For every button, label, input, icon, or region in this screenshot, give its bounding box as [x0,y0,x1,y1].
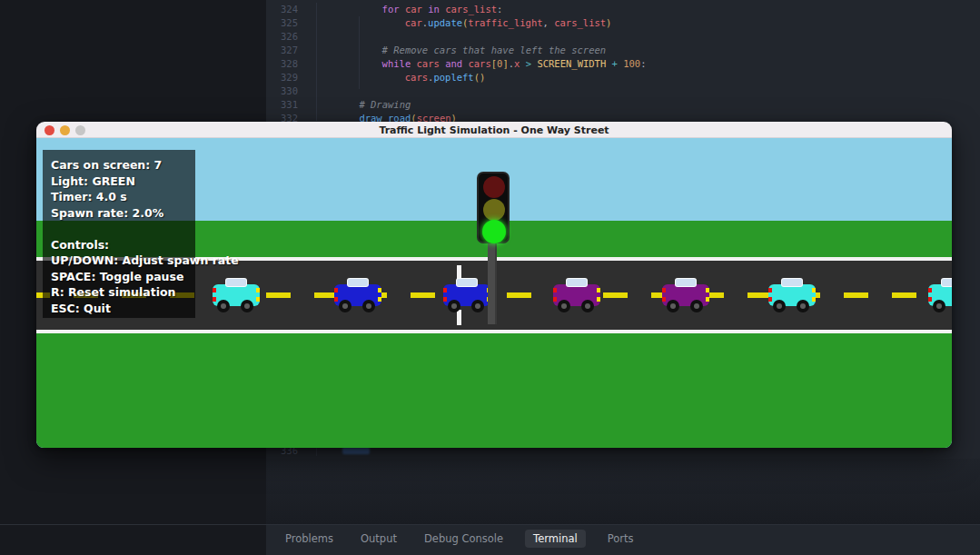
line-number: 327 [266,44,298,57]
taillight [443,288,447,292]
line-number: 331 [266,98,298,112]
tab-terminal[interactable]: Terminal [525,530,586,548]
taillight [443,297,447,302]
red-light [483,176,505,198]
wheel [797,300,809,312]
hud-text-line: Light: GREEN [51,173,195,190]
screen: { "vscode": { "code": { "lines": [ {"num… [0,0,980,555]
car-window [675,278,697,287]
line-number: 329 [266,71,298,84]
car-window [347,278,369,287]
grass-field [36,333,952,448]
line-number: 325 [266,16,298,30]
hud-text-line: Timer: 4.0 s [51,189,195,205]
car [553,278,600,312]
taillight [213,297,216,302]
car [928,278,952,312]
terminal-panel[interactable] [266,459,980,524]
wheel [448,300,460,312]
bottom-panel-tabs: ProblemsOutputDebug ConsoleTerminalPorts [280,528,639,550]
wheel [773,300,786,312]
hud-text-line: Spawn rate: 2.0% [51,205,195,222]
taillight [768,288,772,292]
taillight [553,288,557,292]
hud-text-line: ESC: Quit [51,301,195,317]
wheel [558,300,570,312]
tab-output[interactable]: Output [355,530,402,548]
code-text: for car in cars_list: [313,3,502,16]
headlight [378,288,381,292]
headlight [597,297,600,302]
car-window [456,278,478,287]
hud-text-line: UP/DOWN: Adjust spawn rate [51,253,195,269]
car [662,278,709,312]
taillight [928,297,932,302]
taillight [662,297,666,302]
car [213,278,260,312]
car-window [941,278,952,287]
tab-ports[interactable]: Ports [602,530,639,548]
wheel [667,300,679,312]
pygame-window[interactable]: Traffic Light Simulation - One Way Stree… [36,122,952,448]
headlight [597,288,600,292]
taillight [334,297,338,302]
line-number: 324 [266,3,298,16]
line-number: 328 [266,57,298,71]
car [768,278,816,312]
car [443,278,490,312]
car-window [781,278,803,287]
headlight [706,288,709,292]
green-light [482,220,506,243]
car-window [566,278,588,287]
headlight [256,297,260,302]
indent-guide [359,16,360,89]
hud-text-line: SPACE: Toggle pause [51,269,195,285]
line-number: 326 [266,30,298,44]
wheel [339,300,351,312]
hud-text-line [51,221,195,237]
wheel [581,300,594,312]
hud-text-line: Controls: [51,237,195,253]
headlight [378,297,381,302]
code-pane[interactable]: 324for car in cars_list:325car.update(tr… [266,0,980,127]
taillight [768,297,772,302]
code-text: cars.popleft() [313,71,485,84]
clipped-code-text [342,447,370,454]
taillight [334,288,338,292]
car [334,278,381,312]
tab-problems[interactable]: Problems [280,530,339,548]
panel-divider [0,524,980,525]
wheel [933,300,945,312]
car-window [225,278,247,287]
headlight [812,297,816,302]
taillight [213,288,216,292]
wheel [362,300,375,312]
taillight [928,288,932,292]
hud-text-line: Cars on screen: 7 [51,157,195,173]
wheel [217,300,230,312]
wheel [690,300,703,312]
headlight [256,288,260,292]
wheel [471,300,484,312]
code-text: # Drawing [313,98,411,112]
line-number: 330 [266,84,298,98]
window-title: Traffic Light Simulation - One Way Stree… [36,122,952,138]
hud-overlay: Cars on screen: 7Light: GREENTimer: 4.0 … [43,150,195,318]
yellow-light [483,199,505,221]
traffic-light-pole [488,241,497,324]
simulation-scene: Cars on screen: 7Light: GREENTimer: 4.0 … [36,138,952,448]
tab-debug-console[interactable]: Debug Console [419,530,509,548]
code-text: # Remove cars that have left the screen [313,44,606,57]
taillight [553,297,557,302]
traffic-light [477,172,510,243]
taillight [662,288,666,292]
headlight [812,288,816,292]
code-text: while cars and cars[0].x > SCREEN_WIDTH … [313,57,647,71]
window-titlebar[interactable]: Traffic Light Simulation - One Way Stree… [36,122,952,138]
indent-guide [316,3,317,121]
wheel [241,300,253,312]
hud-text-line: R: Reset simulation [51,284,195,301]
headlight [706,297,709,302]
